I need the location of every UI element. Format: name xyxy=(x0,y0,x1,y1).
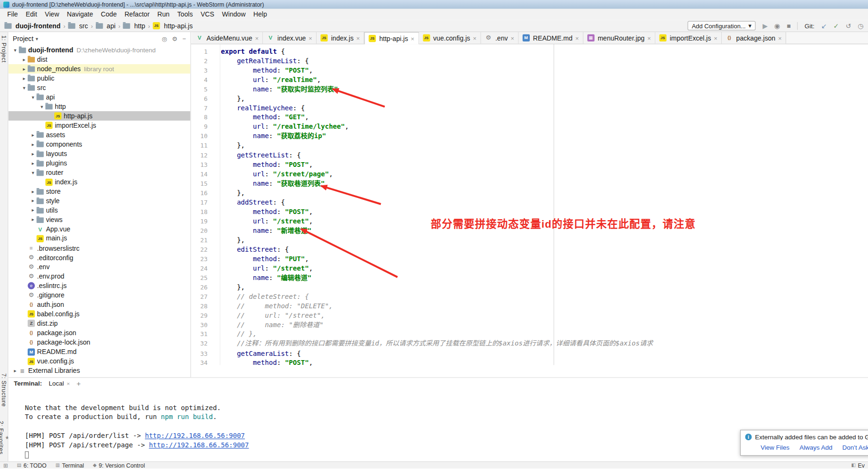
new-terminal-tab-button[interactable]: + xyxy=(76,379,81,387)
project-item-dist[interactable]: ▸dist xyxy=(8,55,191,64)
chevron-down-icon[interactable]: ▾ xyxy=(20,85,27,91)
project-item-app-vue[interactable]: VApp.vue xyxy=(8,224,191,234)
project-item-dist-zip[interactable]: Zdist.zip xyxy=(8,319,191,328)
close-icon[interactable]: × xyxy=(411,35,415,42)
commit-icon[interactable]: ✓ xyxy=(834,22,839,29)
tab-package-json[interactable]: {}package.json× xyxy=(722,32,786,44)
code-line[interactable]: 9 url: "/realTime/lychee", xyxy=(191,123,868,132)
close-icon[interactable]: × xyxy=(575,34,579,41)
project-item-http-api-js[interactable]: JShttp-api.js xyxy=(8,111,191,121)
code-editor[interactable]: 1export default {2 getRealTimeList: {3 m… xyxy=(191,44,868,365)
code-line[interactable]: 23 method: "PUT", xyxy=(191,255,868,264)
menu-view[interactable]: View xyxy=(41,9,63,19)
project-item-vue-config-js[interactable]: JSvue.config.js xyxy=(8,356,191,366)
event-log-button[interactable]: ◧ Ev xyxy=(851,462,865,469)
code-line[interactable]: 30 // name: "删除巷道" xyxy=(191,321,868,330)
chevron-right-icon[interactable]: ▸ xyxy=(29,132,36,138)
code-line[interactable]: 25 name: "编辑巷道" xyxy=(191,273,868,283)
terminal-cursor[interactable] xyxy=(25,452,29,459)
project-item-package-lock-json[interactable]: {}package-lock.json xyxy=(8,337,191,347)
project-item-external-libraries[interactable]: ▸≣External Libraries xyxy=(8,366,191,375)
code-line[interactable]: 31 // }, xyxy=(191,330,868,339)
chevron-right-icon[interactable]: ▸ xyxy=(20,66,27,72)
close-icon[interactable]: × xyxy=(714,34,718,41)
project-item-components[interactable]: ▸components xyxy=(8,140,191,149)
project-item-env-prod[interactable]: ⚙.env.prod xyxy=(8,272,191,281)
project-item-readme-md[interactable]: MREADME.md xyxy=(8,347,191,356)
project-item-main-js[interactable]: JSmain.js xyxy=(8,234,191,243)
code-line[interactable]: 32 //注释：所有用到删除的接口都需要拼接变量id，所以请求方式采用了挂载在原… xyxy=(191,339,868,349)
chevron-down-icon[interactable]: ▾ xyxy=(12,47,19,53)
chevron-right-icon[interactable]: ▸ xyxy=(20,75,27,81)
statusbar-9-version-control[interactable]: ◆9: Version Control xyxy=(93,462,145,469)
project-item-babel-config-js[interactable]: JSbabel.config.js xyxy=(8,309,191,319)
project-item-browserslistrc[interactable]: ≡.browserslistrc xyxy=(8,243,191,253)
project-item-importexcel-js[interactable]: JSimportExcel.js xyxy=(8,121,191,130)
project-item-api[interactable]: ▾api xyxy=(8,92,191,102)
chevron-down-icon[interactable]: ▾ xyxy=(29,170,36,175)
menu-window[interactable]: Window xyxy=(218,9,250,19)
close-icon[interactable]: × xyxy=(647,34,651,41)
project-item-style[interactable]: ▸style xyxy=(8,196,191,206)
terminal-link[interactable]: http://192.168.66.56:9007 xyxy=(145,432,245,439)
chevron-right-icon[interactable]: ▸ xyxy=(29,217,36,222)
close-icon[interactable]: × xyxy=(309,34,312,41)
breadcrumb-http-api-js[interactable]: JShttp-api.js xyxy=(153,22,193,29)
project-item-duoji-frontend[interactable]: ▾duoji-frontendD:\zheheWeb\duoji-fronten… xyxy=(8,45,191,55)
project-item-store[interactable]: ▸store xyxy=(8,187,191,196)
code-line[interactable]: 4 url: "/realTime", xyxy=(191,75,868,85)
code-line[interactable]: 29 // url: "/street", xyxy=(191,311,868,321)
code-line[interactable]: 22 editStreet: { xyxy=(191,245,868,255)
menu-edit[interactable]: Edit xyxy=(22,9,41,19)
toolwindow-toggle-icon[interactable]: ⊞ xyxy=(3,462,8,468)
code-line[interactable]: 1export default { xyxy=(191,47,868,57)
tab-index-js[interactable]: JSindex.js× xyxy=(317,32,364,44)
terminal-link[interactable]: http://192.168.66.56:9007 xyxy=(149,441,249,449)
breadcrumb-http[interactable]: http xyxy=(123,22,145,29)
close-icon[interactable]: × xyxy=(510,34,514,41)
chevron-right-icon[interactable]: ▸ xyxy=(29,160,36,166)
add-configuration-button[interactable]: Add Configuration... ▾ xyxy=(687,21,756,31)
chevron-down-icon[interactable]: ▾ xyxy=(36,36,38,41)
code-line[interactable]: 14 url: "/street/page", xyxy=(191,170,868,179)
project-item-src[interactable]: ▾src xyxy=(8,83,191,92)
menu-refactor[interactable]: Refactor xyxy=(121,9,154,19)
notification-action-don-t-ask-agai[interactable]: Don't Ask Agai xyxy=(843,444,868,451)
statusbar-6-todo[interactable]: ▤6: TODO xyxy=(17,462,47,469)
code-line[interactable]: 10 name: "获取荔枝的ip" xyxy=(191,132,868,141)
project-item-editorconfig[interactable]: ⚙.editorconfig xyxy=(8,253,191,262)
tab-readme-md[interactable]: MREADME.md× xyxy=(518,32,583,44)
tab-vue-config-js[interactable]: JSvue.config.js× xyxy=(419,32,481,44)
code-line[interactable]: 11 }, xyxy=(191,141,868,151)
code-line[interactable]: 33 getCameraList: { xyxy=(191,349,868,358)
tab-env[interactable]: ⚙.env× xyxy=(481,32,518,44)
code-line[interactable]: 26 }, xyxy=(191,283,868,292)
breadcrumb-api[interactable]: api xyxy=(96,22,116,29)
code-line[interactable]: 3 method: "POST", xyxy=(191,66,868,75)
code-line[interactable]: 7 realTimeLychee: { xyxy=(191,104,868,113)
close-icon[interactable]: × xyxy=(67,380,70,387)
project-item-public[interactable]: ▸public xyxy=(8,74,191,83)
code-line[interactable]: 16 }, xyxy=(191,189,868,198)
project-item-auth-json[interactable]: {}auth.json xyxy=(8,300,191,309)
toolwindow-project-button[interactable]: 1: Project xyxy=(0,35,7,63)
code-line[interactable]: 12 getStreetList: { xyxy=(191,151,868,160)
project-item-views[interactable]: ▸views xyxy=(8,215,191,224)
code-line[interactable]: 8 method: "GET", xyxy=(191,113,868,123)
run-icon[interactable]: ▶ xyxy=(762,22,768,29)
hide-icon[interactable]: − xyxy=(183,35,186,42)
breadcrumb-duoji-frontend[interactable]: duoji-frontend xyxy=(4,22,60,29)
code-line[interactable]: 21 }, xyxy=(191,236,868,245)
tab-asidemenu-vue[interactable]: VAsideMenu.vue× xyxy=(192,32,263,44)
chevron-right-icon[interactable]: ▸ xyxy=(29,207,36,213)
project-item-router[interactable]: ▾router xyxy=(8,168,191,177)
code-line[interactable]: 2 getRealTimeList: { xyxy=(191,57,868,66)
terminal-tab-local[interactable]: Local × xyxy=(49,380,70,387)
menu-vcs[interactable]: VCS xyxy=(197,9,218,19)
statusbar-terminal[interactable]: ▥Terminal xyxy=(55,462,84,469)
code-line[interactable]: 28 // method: "DELETE", xyxy=(191,302,868,311)
notification-action-always-add[interactable]: Always Add xyxy=(800,444,833,451)
menu-tools[interactable]: Tools xyxy=(174,9,197,19)
close-icon[interactable]: × xyxy=(255,34,259,41)
tab-http-api-js[interactable]: JShttp-api.js× xyxy=(364,32,419,44)
